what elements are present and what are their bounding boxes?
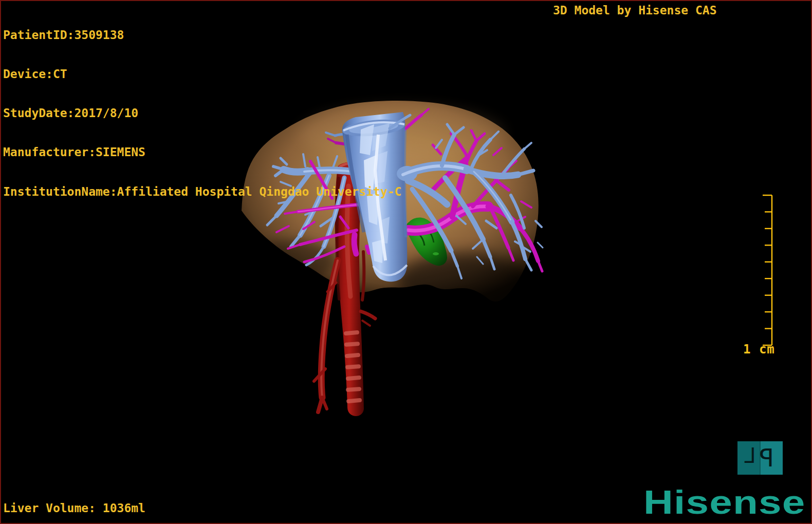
liver-volume-label: Liver Volume: 1036ml	[3, 501, 145, 515]
institution-line: InstitutionName:Affiliated Hospital Qing…	[3, 185, 401, 198]
device-line: Device:CT	[3, 68, 401, 81]
orientation-cube-faces: L P	[737, 441, 783, 475]
manufacturer-line: Manufacturer:SIEMENS	[3, 146, 401, 159]
orientation-letter-right: P	[759, 443, 774, 472]
scale-bar-label: 1 cm	[743, 342, 775, 357]
orientation-letter-left: L	[744, 444, 756, 467]
scale-bar: 1 cm	[746, 185, 787, 370]
patient-id-line: PatientID:3509138	[3, 29, 401, 42]
orientation-cube-icon[interactable]: L P	[737, 441, 783, 477]
study-date-line: StudyDate:2017/8/10	[3, 107, 401, 120]
hisense-logo: Hisense	[643, 484, 812, 522]
scale-bar-ruler	[746, 185, 787, 360]
viewer-window: PatientID:3509138 Device:CT StudyDate:20…	[0, 0, 812, 524]
view-title: 3D Model by Hisense CAS	[553, 4, 717, 17]
patient-info-overlay: PatientID:3509138 Device:CT StudyDate:20…	[3, 3, 401, 224]
